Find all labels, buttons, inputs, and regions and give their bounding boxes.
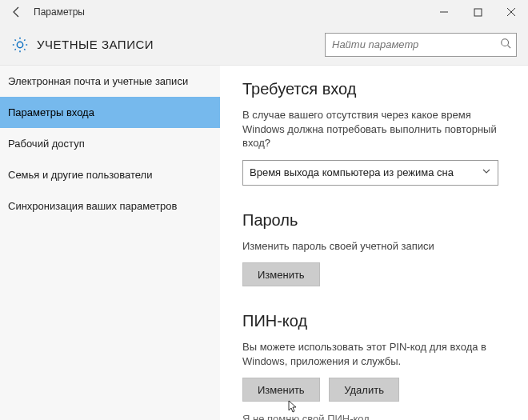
content: Электронная почта и учетные записи Парам…: [0, 66, 528, 420]
search-box[interactable]: [325, 33, 517, 57]
window-title: Параметры: [34, 6, 85, 18]
close-button[interactable]: [494, 0, 528, 24]
section-description: В случае вашего отсутствия через какое в…: [242, 108, 512, 150]
svg-line-5: [508, 46, 511, 49]
header: УЧЕТНЫЕ ЗАПИСИ: [0, 24, 528, 66]
section-require-signin: Требуется вход В случае вашего отсутстви…: [242, 80, 512, 186]
back-button[interactable]: [5, 0, 29, 24]
sidebar-item-label: Семья и другие пользователи: [8, 169, 152, 181]
button-label: Изменить: [258, 384, 305, 396]
sidebar-item-label: Электронная почта и учетные записи: [8, 75, 188, 87]
sidebar-item-label: Синхронизация ваших параметров: [8, 200, 177, 212]
chevron-down-icon: [482, 166, 491, 178]
change-pin-button[interactable]: Изменить: [242, 378, 320, 402]
svg-point-4: [502, 39, 509, 46]
window-controls: [427, 0, 528, 24]
require-signin-dropdown[interactable]: Время выхода компьютера из режима сна: [242, 160, 498, 186]
section-heading: ПИН-код: [242, 312, 512, 330]
sidebar-item-family[interactable]: Семья и другие пользователи: [0, 159, 220, 190]
titlebar: Параметры: [0, 0, 528, 24]
page-title: УЧЕТНЫЕ ЗАПИСИ: [37, 38, 154, 51]
remove-pin-button[interactable]: Удалить: [329, 378, 399, 402]
link-label: Я не помню свой ПИН-код: [242, 413, 370, 420]
main-panel: Требуется вход В случае вашего отсутстви…: [220, 66, 528, 420]
change-password-button[interactable]: Изменить: [242, 262, 320, 286]
section-password: Пароль Изменить пароль своей учетной зап…: [242, 211, 512, 287]
sidebar-item-sync[interactable]: Синхронизация ваших параметров: [0, 190, 220, 222]
button-label: Удалить: [344, 384, 384, 396]
sidebar-item-signin-options[interactable]: Параметры входа: [0, 97, 220, 128]
dropdown-value: Время выхода компьютера из режима сна: [250, 166, 454, 178]
minimize-button[interactable]: [427, 0, 461, 24]
section-pin: ПИН-код Вы можете использовать этот PIN-…: [242, 312, 512, 420]
maximize-button[interactable]: [461, 0, 494, 24]
sidebar-item-label: Рабочий доступ: [8, 138, 85, 150]
svg-rect-1: [474, 9, 482, 16]
search-icon: [500, 38, 511, 51]
sidebar-item-label: Параметры входа: [8, 106, 94, 118]
section-description: Изменить пароль своей учетной записи: [242, 239, 512, 254]
sidebar-item-work-access[interactable]: Рабочий доступ: [0, 128, 220, 159]
button-label: Изменить: [258, 269, 305, 281]
gear-icon: [11, 36, 29, 54]
sidebar-item-email-accounts[interactable]: Электронная почта и учетные записи: [0, 66, 220, 97]
section-heading: Пароль: [242, 211, 512, 230]
section-heading: Требуется вход: [242, 80, 512, 98]
forgot-pin-link[interactable]: Я не помню свой ПИН-код: [242, 413, 512, 420]
sidebar: Электронная почта и учетные записи Парам…: [0, 66, 220, 420]
search-input[interactable]: [332, 38, 500, 50]
section-description: Вы можете использовать этот PIN-код для …: [242, 340, 512, 368]
